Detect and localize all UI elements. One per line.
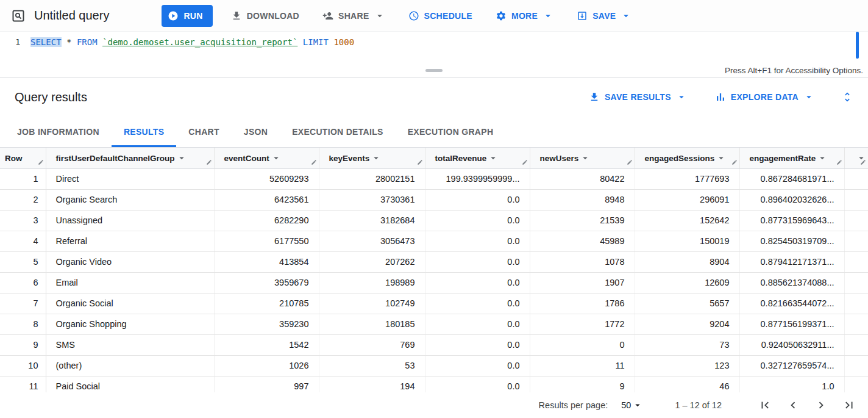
next-page-button[interactable] (812, 396, 830, 414)
data-cell: 1078 (530, 251, 635, 272)
column-header-keyEvents[interactable]: keyEvents (319, 148, 425, 168)
data-cell: 199.9399959999... (425, 168, 530, 189)
editor-footer: Press Alt+F1 for Accessibility Options. (0, 63, 868, 78)
table-row: 3Unassigned628229031826840.0215391526420… (0, 210, 868, 231)
data-cell: 413854 (214, 251, 319, 272)
explore-data-button[interactable]: EXPLORE DATA (711, 89, 818, 105)
tab-results[interactable]: RESULTS (112, 116, 176, 147)
tab-execution-graph[interactable]: EXECUTION GRAPH (396, 116, 506, 147)
column-resize-icon[interactable] (417, 159, 423, 165)
column-resize-icon[interactable] (860, 159, 866, 165)
unfold-more-icon (841, 91, 853, 103)
chevron-left-icon (786, 398, 800, 412)
data-cell: 0.327127659574... (739, 355, 844, 376)
data-cell: 3056473 (319, 231, 425, 251)
data-cell (844, 272, 868, 293)
column-header-eventCount[interactable]: eventCount (214, 148, 319, 168)
save-button[interactable]: SAVE (572, 5, 636, 27)
column-label: Row (5, 154, 23, 163)
bigquery-console: Untitled query RUN DOWNLOAD SHARE (0, 0, 868, 418)
data-cell: 53 (319, 355, 425, 376)
previous-page-button[interactable] (784, 396, 802, 414)
results-tabs: JOB INFORMATIONRESULTSCHARTJSONEXECUTION… (0, 116, 868, 148)
column-header-firstUserDefaultChannelGroup[interactable]: firstUserDefaultChannelGroup (46, 148, 214, 168)
data-cell: 3959679 (214, 272, 319, 293)
table-body: 1Direct5260929328002151199.9399959999...… (0, 168, 868, 397)
column-label: eventCount (224, 153, 269, 162)
tab-json[interactable]: JSON (232, 116, 280, 147)
row-number-cell: 2 (0, 189, 46, 210)
page-size-select[interactable]: 50 (617, 399, 647, 411)
more-button[interactable]: MORE (491, 5, 558, 27)
column-header-engagedSessions[interactable]: engagedSessions (635, 148, 739, 168)
line-number: 1 (0, 35, 30, 63)
data-cell (844, 293, 868, 314)
column-resize-icon[interactable] (836, 159, 842, 165)
data-cell: Organic Shopping (46, 314, 214, 334)
results-table-container: RowfirstUserDefaultChannelGroupeventCoun… (0, 148, 868, 418)
data-cell: 1026 (214, 355, 319, 376)
results-actions: SAVE RESULTS EXPLORE DATA (585, 88, 856, 106)
sort-arrow-icon[interactable] (488, 153, 499, 164)
pagination-bar: Results per page: 50 1 – 12 of 12 (0, 392, 868, 418)
column-label: engagementRate (750, 153, 816, 162)
schedule-label: SCHEDULE (424, 11, 472, 21)
data-cell: 0.877315969643... (739, 210, 844, 231)
splitter-drag-handle[interactable] (425, 69, 443, 72)
column-resize-icon[interactable] (311, 159, 317, 165)
table-row: 9SMS15427690.00730.924050632911... (0, 334, 868, 355)
data-cell: Organic Social (46, 293, 214, 314)
sort-arrow-icon[interactable] (817, 153, 828, 164)
sort-arrow-icon[interactable] (371, 153, 382, 164)
editor-scrollbar[interactable] (856, 32, 859, 59)
column-header-Row: Row (0, 148, 46, 168)
sort-arrow-icon[interactable] (271, 153, 282, 164)
data-cell: Referral (46, 231, 214, 251)
column-resize-icon[interactable] (627, 159, 633, 165)
code-token: `demo.demoset.user_acquisition_report` (102, 37, 297, 47)
sort-arrow-icon[interactable] (716, 153, 727, 164)
data-cell: 0.0 (425, 293, 530, 314)
sql-editor[interactable]: 1 SELECT * FROM `demo.demoset.user_acqui… (0, 32, 868, 63)
tab-execution-details[interactable]: EXECUTION DETAILS (280, 116, 396, 147)
column-resize-icon[interactable] (731, 159, 738, 165)
column-header-newUsers[interactable]: newUsers (530, 148, 635, 168)
data-cell: Organic Video (46, 251, 214, 272)
column-header-engagementRate[interactable]: engagementRate (739, 148, 844, 168)
table-row: 8Organic Shopping3592301801850.017729204… (0, 314, 868, 334)
data-cell: 0.0 (425, 231, 530, 251)
sort-arrow-icon[interactable] (580, 153, 591, 164)
run-button[interactable]: RUN (162, 5, 212, 27)
table-row: 4Referral617755030564730.0459891500190.8… (0, 231, 868, 251)
data-cell (844, 355, 868, 376)
save-results-button[interactable]: SAVE RESULTS (585, 89, 691, 105)
column-resize-icon[interactable] (38, 159, 44, 165)
download-button[interactable]: DOWNLOAD (226, 5, 304, 27)
sort-arrow-icon[interactable] (176, 153, 187, 164)
results-per-page-label: Results per page: (539, 400, 608, 410)
column-label: keyEvents (329, 153, 370, 162)
code-token: 1000 (333, 37, 354, 47)
schedule-button[interactable]: SCHEDULE (404, 5, 477, 27)
query-icon (11, 9, 26, 23)
data-cell: 0.0 (425, 355, 530, 376)
first-page-icon (758, 398, 772, 412)
data-cell: 28002151 (319, 168, 425, 189)
first-page-button[interactable] (756, 396, 774, 414)
expand-results-button[interactable] (839, 88, 856, 106)
data-cell: 1542 (214, 334, 319, 355)
data-cell (844, 251, 868, 272)
column-label: totalRevenue (435, 153, 487, 162)
data-cell (844, 168, 868, 189)
results-title: Query results (15, 90, 87, 104)
tab-job-information[interactable]: JOB INFORMATION (5, 116, 112, 147)
share-button[interactable]: SHARE (318, 5, 390, 27)
data-cell: 152642 (635, 210, 739, 231)
column-header-extra[interactable] (844, 148, 868, 168)
tab-chart[interactable]: CHART (176, 116, 232, 147)
data-cell: (other) (46, 355, 214, 376)
last-page-button[interactable] (840, 396, 858, 414)
column-header-totalRevenue[interactable]: totalRevenue (425, 148, 530, 168)
column-resize-icon[interactable] (522, 159, 528, 165)
column-resize-icon[interactable] (206, 159, 212, 165)
